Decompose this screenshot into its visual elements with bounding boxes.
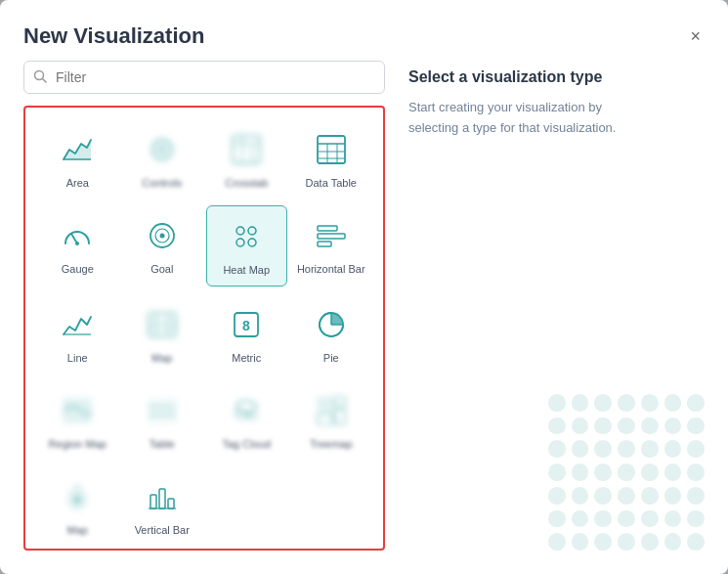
svg-rect-6 <box>233 136 260 163</box>
heat-map-label: Heat Map <box>223 263 270 277</box>
viz-item-region-map[interactable]: Region Map <box>37 380 118 459</box>
area-label: Area <box>66 176 89 190</box>
dot <box>641 394 659 412</box>
gauge-label: Gauge <box>62 262 94 276</box>
dot <box>594 440 612 458</box>
viz-item-metric[interactable]: 8 Metric <box>206 294 287 373</box>
dot <box>687 533 705 551</box>
new-visualization-modal: New Visualization × <box>0 0 728 574</box>
metric-label: Metric <box>232 351 261 365</box>
viz-item-crosstab[interactable]: Crosstab <box>206 119 287 198</box>
viz-item-horizontal-bar[interactable]: Horizontal Bar <box>291 205 372 286</box>
viz-item-tag-cloud[interactable]: Tag Cloud <box>206 380 287 459</box>
pie-label: Pie <box>323 351 339 365</box>
dot <box>594 418 612 435</box>
dot <box>618 510 635 528</box>
svg-point-19 <box>159 234 164 239</box>
svg-rect-46 <box>150 495 156 508</box>
viz-item-treemap[interactable]: Treemap <box>291 380 372 459</box>
data-table-icon <box>311 129 352 170</box>
dot <box>594 394 612 412</box>
dot <box>572 418 589 435</box>
vertical-bar-label: Vertical Bar <box>135 523 190 537</box>
dot <box>664 487 682 505</box>
dot <box>664 510 682 528</box>
horizontal-bar-label: Horizontal Bar <box>297 262 365 276</box>
close-button[interactable]: × <box>686 23 705 49</box>
dot <box>641 510 659 528</box>
heat-map-icon <box>226 216 267 257</box>
modal-overlay[interactable]: New Visualization × <box>0 0 728 574</box>
dot <box>594 487 612 505</box>
dot <box>687 394 705 412</box>
svg-rect-48 <box>168 499 174 508</box>
svg-rect-44 <box>318 415 333 424</box>
dot <box>548 440 566 458</box>
dot <box>618 440 635 458</box>
dot <box>664 464 682 481</box>
controls-icon <box>142 129 183 170</box>
dot <box>664 440 682 458</box>
svg-point-21 <box>248 227 256 235</box>
dot <box>618 533 635 551</box>
svg-rect-25 <box>318 234 345 239</box>
svg-point-22 <box>236 239 244 246</box>
map2-label: Map <box>67 523 88 537</box>
filter-input[interactable] <box>23 61 385 94</box>
dot <box>548 418 566 435</box>
dot <box>618 394 635 412</box>
dot <box>618 464 635 481</box>
map-label: Map <box>151 351 172 365</box>
gauge-icon <box>57 215 98 256</box>
svg-rect-35 <box>149 399 176 422</box>
dot <box>572 394 589 412</box>
dot <box>664 533 682 551</box>
viz-item-map[interactable]: Map <box>122 294 203 373</box>
viz-item-heat-map[interactable]: Heat Map <box>206 205 287 286</box>
viz-item-vertical-bar[interactable]: Vertical Bar <box>122 466 203 545</box>
viz-item-data-table[interactable]: Data Table <box>291 119 372 198</box>
line-label: Line <box>67 351 88 365</box>
right-panel: Select a visualization type Start creati… <box>408 61 705 551</box>
svg-point-23 <box>248 239 256 246</box>
dot-grid <box>548 394 705 551</box>
table-label: Table <box>150 437 175 451</box>
tag-cloud-icon <box>226 390 267 431</box>
viz-item-gauge[interactable]: Gauge <box>37 205 118 286</box>
metric-icon: 8 <box>226 304 267 345</box>
svg-rect-47 <box>159 489 165 508</box>
viz-item-controls[interactable]: Controls <box>122 119 203 198</box>
tag-cloud-label: Tag Cloud <box>222 437 271 451</box>
area-icon <box>57 129 98 170</box>
svg-line-1 <box>43 78 47 82</box>
vertical-bar-icon <box>142 476 183 517</box>
line-icon <box>57 304 98 345</box>
viz-item-line[interactable]: Line <box>37 294 118 373</box>
dot <box>572 464 589 481</box>
horizontal-bar-icon <box>311 215 352 256</box>
svg-point-20 <box>236 227 244 235</box>
dot <box>618 487 635 505</box>
controls-label: Controls <box>142 176 182 190</box>
dot <box>548 533 566 551</box>
svg-point-16 <box>75 242 79 245</box>
dot <box>687 487 705 505</box>
dot <box>687 464 705 481</box>
viz-item-table[interactable]: Table <box>122 380 203 459</box>
viz-item-goal[interactable]: Goal <box>122 205 203 286</box>
dot <box>641 440 659 458</box>
svg-text:8: 8 <box>242 318 250 333</box>
dot <box>641 487 659 505</box>
svg-rect-34 <box>64 399 91 422</box>
dot <box>572 487 589 505</box>
viz-item-map2[interactable]: Map <box>37 466 118 545</box>
dot <box>572 533 589 551</box>
dot <box>641 533 659 551</box>
viz-item-area[interactable]: Area <box>37 119 118 198</box>
dot <box>687 418 705 435</box>
search-icon <box>33 69 47 86</box>
dot <box>548 510 566 528</box>
viz-item-pie[interactable]: Pie <box>291 294 372 373</box>
filter-input-wrap <box>23 61 385 94</box>
map-icon <box>142 304 183 345</box>
